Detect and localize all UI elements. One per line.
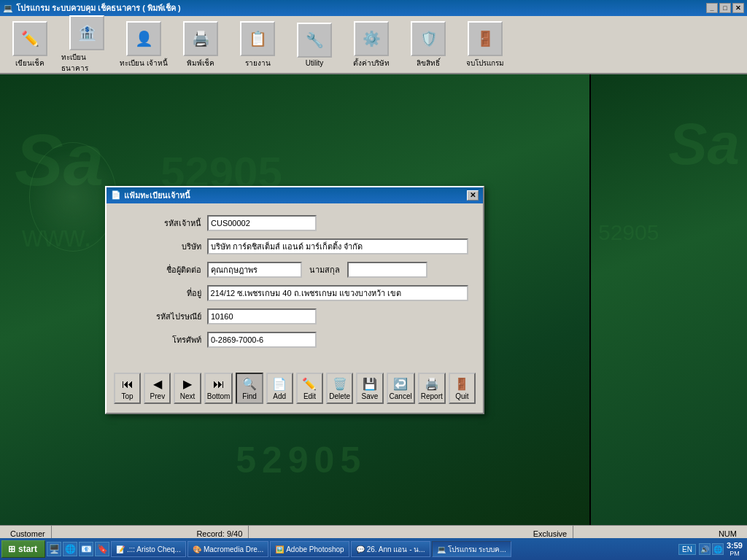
main-area: Sa 52905 www. 52905 📄 แฟ้มทะเบียนเจ้าหนี…	[0, 74, 747, 525]
sound-icon: 🔊	[699, 543, 711, 555]
network-icon: 🌐	[712, 543, 724, 555]
taskbar-aristo[interactable]: 📝 .::: Aristo Cheq...	[111, 541, 186, 557]
toolbar-utility[interactable]: 🔧 Utility	[289, 23, 340, 67]
print-check-icon: 🖨️	[183, 21, 218, 56]
find-button[interactable]: 🔍 Find	[236, 373, 263, 404]
utility-icon: 🔧	[297, 23, 332, 58]
clock: 3:59 PM	[727, 541, 743, 557]
edit-button[interactable]: ✏️ Edit	[296, 373, 323, 404]
ann-icon: 💬	[356, 545, 365, 553]
taskbar-program[interactable]: 💻 โปรแกรม ระบบค...	[432, 541, 511, 557]
dialog-toolbar: ⏮ Top ◀ Prev ▶ Next ⏭ Bottom	[107, 367, 483, 413]
dialog-title-text: แฟ้มทะเบียนเจ้าหนี้	[124, 189, 190, 202]
language-indicator[interactable]: EN	[678, 544, 696, 555]
top-button[interactable]: ⏮ Top	[114, 373, 141, 404]
dialog-close-button[interactable]: ✕	[467, 190, 479, 201]
contact-label: ชื่อผู้ติดต่อ	[121, 263, 201, 276]
exclusive-text: Exclusive	[533, 529, 567, 538]
postal-label: รหัสไปรษณีย์	[121, 310, 201, 323]
postal-row: รหัสไปรษณีย์	[121, 308, 468, 324]
address-label: ที่อยู่	[121, 287, 201, 300]
toolbar-print-check[interactable]: 🖨️ พิมพ์เช็ค	[175, 21, 226, 69]
taskbar: ⊞ start 🖥️ 🌐 📧 🔖 📝 .::: Aristo Cheq... 🎨…	[0, 538, 747, 560]
quicklaunch-2[interactable]: 🌐	[63, 542, 77, 556]
contact-last-label: นามสกุล	[309, 263, 340, 276]
address-row: ที่อยู่	[121, 285, 468, 301]
next-button[interactable]: ▶ Next	[174, 373, 201, 404]
company-row: บริษัท	[121, 238, 468, 254]
toolbar-rights[interactable]: 🛡️ ลิขสิทธิ์	[403, 21, 454, 69]
phone-row: โทรศัพท์	[121, 332, 468, 348]
dialog-overlay: 📄 แฟ้มทะเบียนเจ้าหนี้ ✕ รหัสเจ้าหนี้ บริ…	[0, 74, 589, 525]
dialog-title-bar: 📄 แฟ้มทะเบียนเจ้าหนี้ ✕	[107, 187, 483, 203]
contact-last-input[interactable]	[347, 262, 427, 278]
toolbar-report[interactable]: 📋 รายงาน	[232, 21, 283, 69]
title-bar: 💻 โปรแกรม ระบบควบคุม เช็คธนาคาร ( พิมพ์เ…	[0, 0, 747, 16]
taskbar-photoshop[interactable]: 🖼️ Adobe Photoshop	[270, 541, 349, 557]
report-print-icon: 🖨️	[425, 376, 439, 392]
window-title: โปรแกรม ระบบควบคุม เช็คธนาคาร ( พิมพ์เช็…	[16, 1, 181, 15]
phone-input[interactable]	[207, 332, 317, 348]
creditor-dialog: 📄 แฟ้มทะเบียนเจ้าหนี้ ✕ รหัสเจ้าหนี้ บริ…	[105, 186, 484, 414]
prev-icon: ◀	[153, 376, 162, 392]
add-button[interactable]: 📄 Add	[266, 373, 293, 404]
company-label: บริษัท	[121, 240, 201, 253]
company-input[interactable]	[207, 238, 468, 254]
find-icon: 🔍	[242, 376, 257, 392]
app-icon: 💻	[3, 4, 13, 13]
write-check-icon: ✏️	[12, 21, 47, 56]
clock-ampm: PM	[727, 550, 743, 557]
bottom-button[interactable]: ⏭ Bottom	[204, 373, 233, 404]
toolbar-company-settings[interactable]: ⚙️ ตั้งค่าบริษัท	[346, 21, 397, 69]
edit-icon: ✏️	[302, 376, 317, 392]
program-icon: 💻	[437, 545, 446, 553]
customer-code-row: รหัสเจ้าหนี้	[121, 215, 468, 231]
start-label: start	[18, 544, 37, 554]
register-creditor-icon: 👤	[126, 21, 161, 56]
left-panel: Sa 52905 www. 52905 📄 แฟ้มทะเบียนเจ้าหนี…	[0, 74, 589, 525]
rights-icon: 🛡️	[411, 21, 446, 56]
cancel-icon: ↩️	[393, 376, 408, 392]
add-icon: 📄	[272, 376, 287, 392]
toolbar-exit[interactable]: 🚪 จบโปรแกรม	[460, 21, 511, 69]
address-input[interactable]	[207, 285, 468, 301]
dialog-title-icon: 📄	[111, 190, 121, 200]
start-button[interactable]: ⊞ start	[1, 540, 45, 558]
main-toolbar: ✏️ เขียนเช็ค 🏦 ทะเบียน ธนาคาร 👤 ทะเบียน …	[0, 16, 747, 74]
record-text: Record: 9/40	[196, 529, 242, 538]
company-settings-icon: ⚙️	[354, 21, 389, 56]
cancel-button[interactable]: ↩️ Cancel	[387, 373, 415, 404]
quicklaunch-1[interactable]: 🖥️	[47, 542, 61, 556]
taskbar-ann[interactable]: 💬 26. Ann แอน - น...	[351, 541, 430, 557]
postal-input[interactable]	[207, 308, 317, 324]
num-text: NUM	[719, 529, 737, 538]
exit-icon: 🚪	[468, 21, 503, 56]
delete-button[interactable]: 🗑️ Delete	[326, 373, 353, 404]
toolbar-register-creditor[interactable]: 👤 ทะเบียน เจ้าหนี้	[118, 21, 169, 69]
quicklaunch-4[interactable]: 🔖	[95, 542, 109, 556]
customer-code-input[interactable]	[207, 215, 317, 231]
maximize-button[interactable]: □	[719, 3, 731, 13]
close-button[interactable]: ✕	[732, 3, 744, 13]
minimize-button[interactable]: _	[706, 3, 718, 13]
phone-label: โทรศัพท์	[121, 333, 201, 346]
save-button[interactable]: 💾 Save	[356, 373, 383, 404]
quit-icon: 🚪	[454, 376, 469, 392]
toolbar-write-check[interactable]: ✏️ เขียนเช็ค	[4, 21, 55, 69]
prev-button[interactable]: ◀ Prev	[144, 373, 171, 404]
quicklaunch-3[interactable]: 📧	[79, 542, 93, 556]
report-icon: 📋	[240, 21, 275, 56]
customer-code-label: รหัสเจ้าหนี้	[121, 217, 201, 230]
photoshop-icon: 🖼️	[275, 545, 284, 553]
contact-first-input[interactable]	[207, 262, 302, 278]
report-button[interactable]: 🖨️ Report	[418, 373, 446, 404]
macromedia-icon: 🎨	[193, 545, 201, 553]
bottom-icon: ⏭	[213, 376, 225, 392]
taskbar-macromedia[interactable]: 🎨 Macromedia Dre...	[187, 541, 268, 557]
clock-time: 3:59	[727, 541, 743, 550]
toolbar-register-bank[interactable]: 🏦 ทะเบียน ธนาคาร	[61, 15, 112, 74]
contact-row: ชื่อผู้ติดต่อ นามสกุล	[121, 262, 468, 278]
next-icon: ▶	[183, 376, 192, 392]
top-icon: ⏮	[122, 376, 133, 392]
quit-button[interactable]: 🚪 Quit	[449, 373, 476, 404]
